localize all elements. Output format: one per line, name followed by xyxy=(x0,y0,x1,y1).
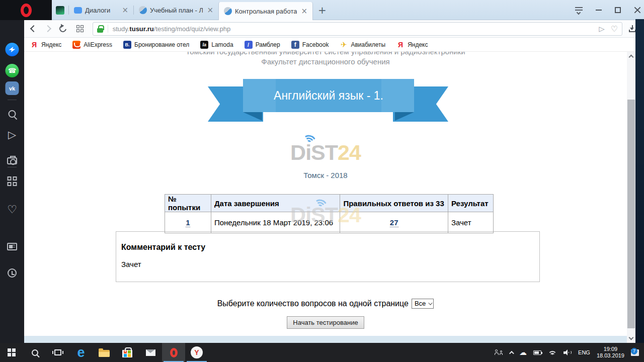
time-label: 19:09 xyxy=(597,346,624,352)
tab-quiz-active[interactable]: Контрольная работа по д × xyxy=(218,2,313,20)
date-cell: Понедельник 18 Март 2019, 23:06 xyxy=(211,212,340,233)
page-scrollbar[interactable] xyxy=(627,52,635,343)
facebook-icon: f xyxy=(291,41,299,49)
window-controls xyxy=(575,0,641,20)
back-icon[interactable] xyxy=(30,25,37,32)
bookmark-yandex-2[interactable]: Я Яндекс xyxy=(396,41,428,49)
tab-title: Учебный план - Личный xyxy=(150,7,203,14)
site-favicon-icon xyxy=(224,7,232,15)
bookmark-lamoda[interactable]: la Lamoda xyxy=(200,41,233,49)
tab-title: Контрольная работа по д xyxy=(235,8,297,15)
lamoda-icon: la xyxy=(200,41,208,49)
speed-dial-grid-icon[interactable] xyxy=(8,176,17,186)
faculty-subtitle: Факультет дистанционного обучения xyxy=(24,57,627,66)
messenger-icon[interactable] xyxy=(6,43,19,56)
my-flow-icon[interactable]: ▷ xyxy=(8,130,16,140)
battery-icon[interactable] xyxy=(533,350,541,355)
notification-badge: 7 xyxy=(631,348,637,354)
news-icon[interactable] xyxy=(7,243,17,250)
booking-icon: B. xyxy=(123,41,131,49)
tab-strip: Диалоги × Учебный план - Личный × Контро… xyxy=(52,0,332,20)
address-bar[interactable]: study.tusur.ru/testing/mod/quiz/view.php… xyxy=(93,22,623,36)
table-row: 1 Понедельник 18 Март 2019, 23:06 27 Зач… xyxy=(165,212,494,233)
minimize-button[interactable] xyxy=(596,10,602,11)
bookmark-facebook[interactable]: f Facebook xyxy=(291,41,329,49)
forward-icon[interactable] xyxy=(44,25,51,32)
questions-per-page-select[interactable]: Все xyxy=(412,299,434,309)
clock[interactable]: 19:09 18.03.2019 xyxy=(597,346,624,359)
yandex-icon: Я xyxy=(30,41,38,49)
folder-icon xyxy=(99,350,110,357)
chat-favicon-icon xyxy=(74,7,82,14)
bookmark-yandex[interactable]: Я Яндекс xyxy=(30,41,61,49)
bookmark-heart-icon[interactable]: ♡ xyxy=(611,24,618,34)
pinned-tab[interactable] xyxy=(56,6,64,15)
attempts-table: № попытки Дата завершения Правильных отв… xyxy=(165,194,494,233)
course-ribbon: Английский язык - 1. xyxy=(243,79,414,112)
tab-close-icon[interactable]: × xyxy=(121,7,129,14)
tab-bar: Диалоги × Учебный план - Личный × Контро… xyxy=(0,0,644,20)
address-toolbar: study.tusur.ru/testing/mod/quiz/view.php… xyxy=(24,20,636,38)
start-test-button[interactable]: Начать тестирование xyxy=(287,316,364,329)
column-header: Результат xyxy=(448,195,493,212)
action-center-icon[interactable]: 7 xyxy=(631,349,639,356)
people-icon[interactable] xyxy=(495,349,503,356)
new-tab-button[interactable]: + xyxy=(318,5,327,15)
wifi-icon[interactable] xyxy=(548,349,557,355)
share-icon[interactable]: ▷ xyxy=(599,25,605,33)
hidden-icons-chevron[interactable] xyxy=(509,350,514,355)
opera-taskbar-button[interactable] xyxy=(162,343,185,362)
task-view-button[interactable] xyxy=(46,343,69,362)
speed-dial-icon[interactable] xyxy=(76,25,84,32)
score-link[interactable]: 27 xyxy=(390,218,398,227)
store-button[interactable] xyxy=(116,343,139,362)
scroll-up-icon[interactable] xyxy=(629,55,634,60)
close-button[interactable] xyxy=(634,7,641,14)
tab-title: Диалоги xyxy=(85,7,110,14)
yandex-browser-icon: Y xyxy=(191,346,203,358)
bookmark-rambler[interactable]: / Рамблер xyxy=(245,41,280,49)
volume-icon[interactable] xyxy=(564,349,572,355)
bookmarks-heart-icon[interactable]: ♡ xyxy=(7,204,17,215)
scroll-down-icon[interactable] xyxy=(629,335,634,340)
attempt-link[interactable]: 1 xyxy=(186,218,190,227)
onedrive-cloud-icon[interactable]: ☁ xyxy=(519,349,527,356)
tab-study-plan[interactable]: Учебный план - Личный × xyxy=(134,0,218,20)
screen: Диалоги × Учебный план - Личный × Контро… xyxy=(0,0,644,362)
tab-dialogs[interactable]: Диалоги × xyxy=(69,0,133,20)
file-explorer-button[interactable] xyxy=(93,343,116,362)
column-header: Правильных ответов из 33 xyxy=(340,195,448,212)
tab-menu-icon[interactable] xyxy=(575,7,583,14)
search-icon xyxy=(32,349,38,356)
tab-close-icon[interactable]: × xyxy=(206,7,214,14)
scrollbar-thumb[interactable] xyxy=(627,100,635,328)
yandex-browser-button[interactable]: Y xyxy=(185,343,208,362)
whatsapp-icon[interactable]: ☎ xyxy=(6,64,19,77)
questions-per-page-label: Выберите количество вопросов на одной ст… xyxy=(217,299,409,308)
snapshot-camera-icon[interactable] xyxy=(7,157,17,164)
column-header: № попытки xyxy=(165,195,211,212)
bookmark-aliexpress[interactable]: AliExpress xyxy=(72,41,112,49)
rambler-icon: / xyxy=(245,41,253,49)
history-clock-icon[interactable] xyxy=(8,268,17,278)
start-button[interactable] xyxy=(0,343,23,362)
edge-button[interactable]: e xyxy=(69,343,93,362)
tab-close-icon[interactable]: × xyxy=(300,8,308,15)
reload-icon[interactable] xyxy=(58,24,67,33)
opera-sidebar: ☎ vk ▷ ♡ xyxy=(0,20,24,343)
secure-lock-icon[interactable] xyxy=(97,28,103,33)
mail-button[interactable] xyxy=(139,343,162,362)
aliexpress-icon xyxy=(72,41,80,49)
bookmark-avia[interactable]: ✈ Авиабилеты xyxy=(340,41,385,49)
taskbar-search-button[interactable] xyxy=(23,343,46,362)
windows-logo-icon xyxy=(8,348,16,356)
bookmark-booking[interactable]: B. Бронирование отел xyxy=(123,41,189,49)
url-text[interactable]: study.tusur.ru/testing/mod/quiz/view.php xyxy=(113,25,231,33)
maximize-button[interactable] xyxy=(615,7,621,13)
download-icon[interactable] xyxy=(628,25,636,32)
bookmarks-bar: Я Яндекс AliExpress B. Бронирование отел… xyxy=(24,38,636,52)
language-indicator[interactable]: ENG xyxy=(578,349,590,355)
opera-menu-button[interactable] xyxy=(0,0,52,20)
vk-icon[interactable]: vk xyxy=(6,81,19,95)
search-icon[interactable] xyxy=(9,110,16,118)
